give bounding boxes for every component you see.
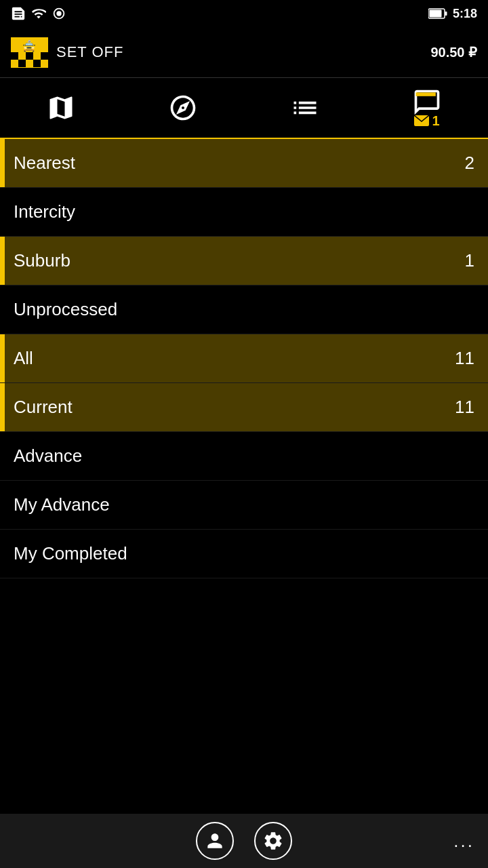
menu-item-intercity[interactable]: Intercity xyxy=(0,188,488,237)
svg-rect-10 xyxy=(18,60,26,67)
app-title: SET OFF xyxy=(56,43,124,61)
menu-list: Nearest2IntercitySuburb1UnprocessedAll11… xyxy=(0,139,488,578)
svg-point-1 xyxy=(56,11,61,16)
nav-bar: 1 xyxy=(0,78,488,139)
menu-item-label-all: All xyxy=(14,348,33,369)
bottom-bar: ... xyxy=(0,814,488,868)
menu-item-label-my-advance: My Advance xyxy=(14,494,110,515)
menu-item-nearest[interactable]: Nearest2 xyxy=(0,139,488,188)
svg-text:🚖: 🚖 xyxy=(22,39,36,52)
svg-rect-9 xyxy=(41,52,48,60)
status-bar: 5:18 xyxy=(0,0,488,27)
profile-icon xyxy=(204,830,226,852)
menu-item-label-unprocessed: Unprocessed xyxy=(14,299,117,320)
compass-icon xyxy=(168,93,198,123)
menu-item-count-all: 11 xyxy=(455,348,474,369)
menu-item-label-nearest: Nearest xyxy=(14,153,75,174)
menu-item-label-intercity: Intercity xyxy=(14,201,75,222)
menu-item-count-current: 11 xyxy=(455,397,474,418)
message-badge: 1 xyxy=(432,113,439,129)
status-time: 5:18 xyxy=(453,7,477,21)
wifi-icon xyxy=(31,6,46,21)
menu-item-label-my-completed: My Completed xyxy=(14,543,127,564)
nav-orders[interactable] xyxy=(244,78,366,138)
svg-rect-13 xyxy=(416,92,436,96)
svg-rect-11 xyxy=(33,60,41,67)
settings-icon xyxy=(262,830,284,852)
svg-rect-3 xyxy=(429,10,441,18)
menu-item-advance[interactable]: Advance xyxy=(0,432,488,481)
svg-rect-8 xyxy=(26,52,33,60)
svg-rect-7 xyxy=(11,52,18,60)
menu-item-suburb[interactable]: Suburb1 xyxy=(0,237,488,285)
menu-item-my-advance[interactable]: My Advance xyxy=(0,481,488,530)
settings-button[interactable] xyxy=(254,822,292,860)
menu-item-label-current: Current xyxy=(14,397,73,418)
record-icon xyxy=(52,6,66,21)
status-icons xyxy=(11,6,66,21)
app-header: 🚖 SET OFF 90.50 ₽ xyxy=(0,27,488,78)
menu-item-unprocessed[interactable]: Unprocessed xyxy=(0,285,488,334)
more-button[interactable]: ... xyxy=(453,831,474,852)
svg-rect-4 xyxy=(445,12,447,16)
envelope-icon xyxy=(414,115,429,126)
orders-icon xyxy=(290,93,320,123)
menu-item-count-suburb: 1 xyxy=(465,250,474,271)
header-balance: 90.50 ₽ xyxy=(430,44,477,60)
header-left: 🚖 SET OFF xyxy=(11,37,124,68)
nav-map[interactable] xyxy=(0,78,122,138)
nav-compass[interactable] xyxy=(122,78,244,138)
menu-item-count-nearest: 2 xyxy=(465,153,474,174)
menu-item-label-advance: Advance xyxy=(14,446,82,467)
menu-item-label-suburb: Suburb xyxy=(14,250,70,271)
menu-item-current[interactable]: Current11 xyxy=(0,383,488,432)
app-logo: 🚖 xyxy=(11,37,48,68)
map-icon xyxy=(46,93,76,123)
menu-item-all[interactable]: All11 xyxy=(0,334,488,383)
profile-button[interactable] xyxy=(196,822,234,860)
taxi-logo-icon: 🚖 xyxy=(11,37,48,68)
status-right: 5:18 xyxy=(428,7,477,21)
nav-messages[interactable]: 1 xyxy=(366,78,488,138)
menu-item-my-completed[interactable]: My Completed xyxy=(0,530,488,578)
battery-icon xyxy=(428,7,447,20)
sim-icon xyxy=(11,6,26,21)
